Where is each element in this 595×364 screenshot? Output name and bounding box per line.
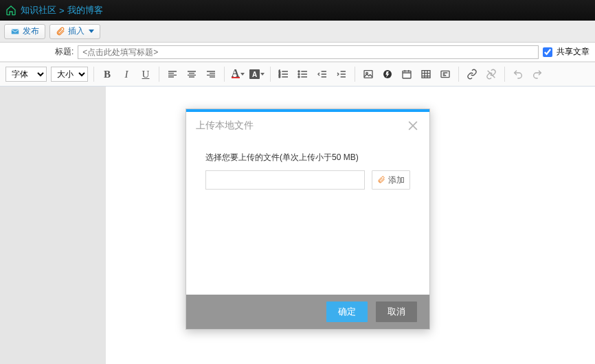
- toolbar-divider: [458, 67, 459, 82]
- svg-point-4: [298, 71, 300, 72]
- caret-down-icon: [89, 30, 94, 33]
- unordered-list-button[interactable]: [295, 67, 311, 82]
- title-label: 标题:: [55, 46, 74, 58]
- code-button[interactable]: [438, 67, 453, 82]
- align-center-button[interactable]: [184, 67, 199, 82]
- svg-rect-12: [441, 71, 449, 77]
- close-icon: [406, 119, 420, 133]
- add-file-button[interactable]: 添加: [372, 170, 410, 190]
- modal-footer: 确定 取消: [186, 295, 429, 329]
- share-checkbox[interactable]: [543, 47, 552, 57]
- svg-point-6: [298, 76, 300, 78]
- redo-button[interactable]: [530, 67, 545, 82]
- cancel-button[interactable]: 取消: [376, 302, 417, 322]
- insert-label: 插入: [68, 25, 85, 37]
- calendar-button[interactable]: [399, 67, 414, 82]
- file-path-input[interactable]: [205, 170, 365, 190]
- home-icon: [5, 5, 16, 16]
- svg-point-5: [298, 73, 300, 75]
- font-select[interactable]: 字体: [5, 67, 47, 82]
- unlink-button[interactable]: [484, 67, 499, 82]
- toolbar-divider: [159, 67, 159, 82]
- modal-header: 上传本地文件: [186, 112, 429, 139]
- undo-button[interactable]: [510, 67, 526, 82]
- modal-title: 上传本地文件: [196, 120, 254, 132]
- indent-button[interactable]: [334, 67, 349, 82]
- link-myblog[interactable]: 我的博客: [67, 4, 103, 16]
- top-header: 知识社区 > 我的博客: [0, 0, 595, 21]
- modal-body: 选择您要上传的文件(单次上传小于50 MB) 添加: [186, 139, 429, 295]
- close-button[interactable]: [406, 119, 420, 133]
- editor-toolbar: 字体 大小 B I U A A 123: [0, 62, 595, 87]
- toolbar-divider: [355, 67, 355, 82]
- title-input[interactable]: [78, 45, 539, 59]
- table-button[interactable]: [418, 67, 434, 82]
- toolbar-divider: [224, 67, 225, 82]
- size-select[interactable]: 大小: [51, 67, 88, 82]
- envelope-icon: [10, 27, 20, 36]
- action-bar: 发布 插入: [0, 21, 595, 43]
- align-left-button[interactable]: [165, 67, 180, 82]
- svg-rect-10: [403, 71, 411, 78]
- image-button[interactable]: [361, 67, 376, 82]
- caret-down-icon: [260, 73, 265, 76]
- publish-label: 发布: [23, 25, 39, 37]
- attachment-icon: [377, 176, 385, 184]
- ok-button[interactable]: 确定: [326, 302, 368, 322]
- bold-button[interactable]: B: [100, 67, 115, 82]
- breadcrumb-separator: >: [59, 5, 65, 16]
- ordered-list-button[interactable]: 123: [276, 67, 291, 82]
- publish-button[interactable]: 发布: [4, 24, 45, 39]
- toolbar-divider: [270, 67, 271, 82]
- caret-down-icon: [240, 73, 245, 76]
- text-color-button[interactable]: A: [230, 67, 245, 82]
- link-button[interactable]: [464, 67, 480, 82]
- add-file-label: 添加: [388, 174, 405, 186]
- outdent-button[interactable]: [315, 67, 330, 82]
- svg-text:3: 3: [279, 75, 281, 78]
- share-label: 共享文章: [557, 46, 590, 58]
- svg-rect-7: [364, 71, 372, 78]
- italic-button[interactable]: I: [119, 67, 134, 82]
- flash-button[interactable]: [380, 67, 395, 82]
- toolbar-divider: [93, 67, 94, 82]
- upload-hint: 选择您要上传的文件(单次上传小于50 MB): [205, 152, 410, 163]
- title-bar: 标题: 共享文章: [0, 43, 595, 62]
- align-right-button[interactable]: [203, 67, 218, 82]
- attachment-icon: [56, 27, 65, 36]
- sidebar-panel: [0, 87, 106, 364]
- underline-button[interactable]: U: [138, 67, 153, 82]
- insert-button[interactable]: 插入: [49, 24, 100, 39]
- bg-color-button[interactable]: A: [249, 67, 265, 82]
- svg-rect-0: [12, 29, 19, 34]
- upload-modal: 上传本地文件 选择您要上传的文件(单次上传小于50 MB) 添加 确定 取消: [186, 109, 430, 330]
- file-row: 添加: [205, 170, 410, 190]
- svg-rect-11: [422, 71, 430, 78]
- link-community[interactable]: 知识社区: [21, 4, 56, 16]
- toolbar-divider: [504, 67, 505, 82]
